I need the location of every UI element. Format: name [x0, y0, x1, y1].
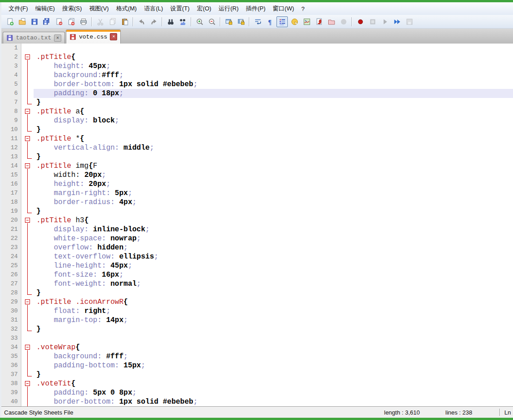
menu-item-9[interactable]: 插件(P) [242, 2, 269, 15]
code-line-23[interactable]: 23 overflow: hidden; [1, 243, 513, 252]
close-all-icon[interactable] [65, 16, 77, 27]
open-file-icon[interactable] [16, 16, 28, 27]
menu-item-10[interactable]: 窗口(W) [269, 2, 298, 15]
fold-collapse-icon[interactable] [21, 134, 34, 143]
line-number: 27 [1, 279, 21, 288]
redo-icon[interactable] [148, 16, 159, 27]
macro-run-multiple-icon[interactable] [391, 16, 403, 27]
fold-margin [21, 288, 34, 298]
fold-margin [21, 334, 34, 343]
code-line-40[interactable]: 40 border-bottom: 1px solid #ebebeb; [1, 397, 513, 406]
nppexport-icon[interactable] [301, 16, 312, 27]
code-line-35[interactable]: 35 background: #fff; [1, 352, 513, 361]
new-file-icon[interactable] [4, 16, 15, 27]
code-line-12[interactable]: 12 vertical-align: middle; [1, 143, 513, 152]
code-line-27[interactable]: 27 font-weight: normal; [1, 279, 513, 288]
code-line-1[interactable]: 1 [1, 44, 513, 53]
macro-record-icon[interactable] [355, 16, 366, 27]
code-line-20[interactable]: 20.ptTitle h3{ [1, 216, 513, 225]
menu-item-5[interactable]: 语言(L) [140, 2, 167, 15]
menu-item-1[interactable]: 编辑(E) [32, 2, 59, 15]
fold-margin [21, 252, 34, 261]
tab-taotao.txt[interactable]: taotao.txt✕ [3, 32, 65, 44]
code-line-30[interactable]: 30 float: right; [1, 307, 513, 316]
code-line-16[interactable]: 16 height: 20px; [1, 180, 513, 189]
code-line-33[interactable]: 33 [1, 334, 513, 343]
code-line-32[interactable]: 32} [1, 325, 513, 334]
function-list-icon[interactable] [276, 16, 288, 27]
menu-item-2[interactable]: 搜索(S) [59, 2, 85, 15]
code-line-10[interactable]: 10} [1, 125, 513, 134]
code-line-29[interactable]: 29.ptTitle .iconArrowR{ [1, 298, 513, 307]
fold-collapse-icon[interactable] [21, 216, 34, 225]
save-all-icon[interactable] [41, 16, 52, 27]
folder-as-workspace-icon[interactable] [326, 16, 337, 27]
show-all-characters-icon[interactable]: ¶ [264, 16, 276, 27]
code-line-17[interactable]: 17 margin-right: 5px; [1, 189, 513, 198]
save-icon[interactable] [29, 16, 40, 27]
code-line-7[interactable]: 7} [1, 98, 513, 107]
close-icon[interactable] [53, 16, 64, 27]
tab-close-icon[interactable]: ✕ [54, 34, 61, 42]
menu-item-8[interactable]: 运行(R) [215, 2, 242, 15]
document-map-icon[interactable] [289, 16, 300, 27]
code-line-21[interactable]: 21 display: inline-block; [1, 225, 513, 234]
code-line-18[interactable]: 18 border-radius: 4px; [1, 198, 513, 207]
fold-collapse-icon[interactable] [21, 107, 34, 116]
menu-item-0[interactable]: 文件(F) [5, 2, 32, 15]
code-line-24[interactable]: 24 text-overflow: ellipsis; [1, 252, 513, 261]
code-line-4[interactable]: 4 background:#fff; [1, 71, 513, 80]
menu-item-7[interactable]: 宏(O) [193, 2, 215, 15]
fold-collapse-icon[interactable] [21, 53, 34, 62]
code-line-9[interactable]: 9 display: block; [1, 116, 513, 125]
code-line-3[interactable]: 3 height: 45px; [1, 62, 513, 71]
sync-vertical-icon[interactable] [223, 16, 234, 27]
fold-collapse-icon[interactable] [21, 298, 34, 307]
code-text: } [34, 370, 513, 379]
code-line-26[interactable]: 26 font-size: 16px; [1, 270, 513, 279]
code-line-14[interactable]: 14.ptTitle img{F [1, 161, 513, 171]
code-line-36[interactable]: 36 padding-bottom: 15px; [1, 361, 513, 370]
code-line-39[interactable]: 39 padding: 5px 0 8px; [1, 388, 513, 397]
code-line-15[interactable]: 15 width: 20px; [1, 171, 513, 180]
editor[interactable]: 12.ptTitle{3 height: 45px;4 background:#… [1, 44, 513, 406]
status-bar: Cascade Style Sheets File length : 3,610… [1, 406, 513, 418]
word-wrap-icon[interactable] [252, 16, 263, 27]
line-number: 39 [1, 388, 21, 397]
zoom-out-icon[interactable] [206, 16, 217, 27]
line-number: 7 [1, 98, 21, 107]
fold-collapse-icon[interactable] [21, 343, 34, 352]
menu-item-11[interactable]: ? [298, 3, 308, 15]
undo-icon[interactable] [136, 16, 147, 27]
find-icon[interactable] [165, 16, 176, 27]
plugin-doc-icon[interactable] [313, 16, 325, 27]
code-line-25[interactable]: 25 line-height: 45px; [1, 261, 513, 270]
menu-item-3[interactable]: 视图(V) [85, 2, 112, 15]
menu-item-6[interactable]: 设置(T) [167, 2, 193, 15]
code-line-37[interactable]: 37} [1, 370, 513, 379]
code-line-38[interactable]: 38.voteTit{ [1, 379, 513, 388]
tab-close-icon[interactable]: ✕ [110, 33, 117, 40]
code-line-2[interactable]: 2.ptTitle{ [1, 53, 513, 62]
code-line-28[interactable]: 28} [1, 288, 513, 298]
code-line-19[interactable]: 19} [1, 207, 513, 216]
menu-item-4[interactable]: 格式(M) [113, 2, 141, 15]
toolbar-separator [91, 17, 92, 26]
code-line-22[interactable]: 22 white-space: nowrap; [1, 234, 513, 243]
sync-horizontal-icon[interactable] [235, 16, 247, 27]
tab-vote.css[interactable]: vote.css✕ [66, 29, 121, 44]
code-line-11[interactable]: 11.ptTitle *{ [1, 134, 513, 143]
code-line-13[interactable]: 13} [1, 152, 513, 161]
code-line-34[interactable]: 34.voteWrap{ [1, 343, 513, 352]
code-line-5[interactable]: 5 border-bottom: 1px solid #ebebeb; [1, 80, 513, 89]
code-line-31[interactable]: 31 margin-top: 14px; [1, 316, 513, 325]
fold-margin [21, 325, 34, 334]
code-line-8[interactable]: 8.ptTitle a{ [1, 107, 513, 116]
code-line-6[interactable]: 6 padding: 0 18px; [1, 89, 513, 98]
print-icon[interactable] [78, 16, 89, 27]
replace-icon[interactable]: ab [177, 16, 188, 27]
fold-collapse-icon[interactable] [21, 379, 34, 388]
fold-collapse-icon[interactable] [21, 161, 34, 171]
zoom-in-icon[interactable] [194, 16, 205, 27]
paste-icon[interactable] [119, 16, 130, 27]
